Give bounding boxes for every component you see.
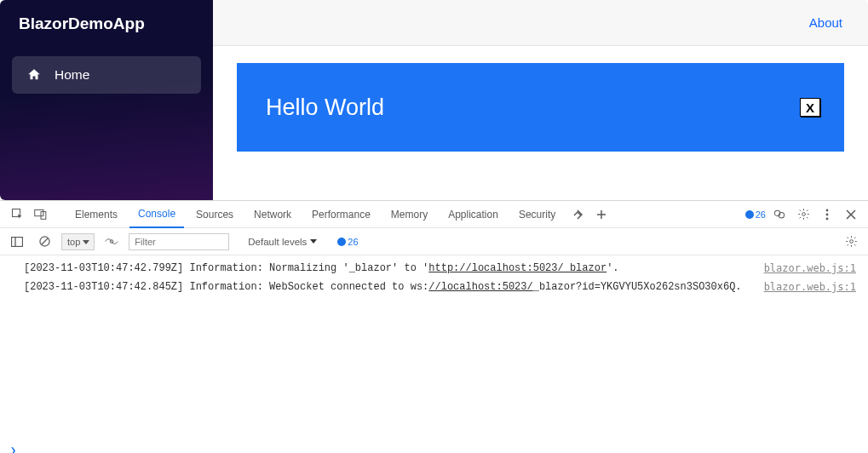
svg-point-6 bbox=[826, 209, 829, 211]
log-entry: [2023-11-03T10:47:42.845Z] Information: … bbox=[24, 278, 856, 296]
new-tab-icon[interactable] bbox=[591, 204, 612, 225]
console-sidebar-toggle-icon[interactable] bbox=[7, 232, 27, 252]
svg-point-14 bbox=[849, 240, 853, 244]
toolbar-issues-count: 26 bbox=[348, 237, 358, 247]
content: Hello World X bbox=[213, 46, 868, 169]
devtools-tabstrip: Elements Console Sources Network Perform… bbox=[0, 201, 868, 228]
svg-point-8 bbox=[826, 217, 829, 220]
issues-count: 26 bbox=[756, 209, 766, 220]
log-entry: [2023-11-03T10:47:42.799Z] Information: … bbox=[24, 259, 856, 278]
settings-icon[interactable] bbox=[793, 204, 813, 225]
sidebar: BlazorDemoApp Home bbox=[0, 0, 213, 200]
sidebar-item-label: Home bbox=[55, 67, 89, 83]
live-expression-icon[interactable] bbox=[101, 232, 122, 252]
tab-network[interactable]: Network bbox=[245, 201, 300, 228]
app-brand: BlazorDemoApp bbox=[0, 0, 213, 48]
console-prompt-icon: ❯ bbox=[10, 444, 16, 453]
console-settings-icon[interactable] bbox=[841, 232, 861, 252]
context-selector[interactable]: top bbox=[61, 233, 95, 250]
tab-security[interactable]: Security bbox=[510, 201, 564, 228]
svg-point-5 bbox=[802, 213, 805, 216]
svg-point-7 bbox=[826, 213, 829, 215]
close-devtools-icon[interactable] bbox=[841, 204, 861, 225]
devtools-panel: Elements Console Sources Network Perform… bbox=[0, 200, 868, 453]
banner-close-button[interactable]: X bbox=[800, 98, 820, 117]
svg-rect-1 bbox=[35, 209, 43, 215]
info-dot-icon bbox=[745, 210, 754, 219]
inspect-icon[interactable] bbox=[7, 204, 27, 225]
console-toolbar: top Default levels 26 bbox=[0, 228, 868, 255]
filter-input[interactable] bbox=[129, 233, 229, 250]
app-window: BlazorDemoApp Home About Hello World X bbox=[0, 0, 868, 200]
log-source-link[interactable]: blazor.web.js:1 bbox=[764, 278, 856, 296]
topbar: About bbox=[213, 0, 868, 46]
tab-performance[interactable]: Performance bbox=[303, 201, 379, 228]
feedback-icon[interactable] bbox=[769, 204, 790, 225]
tab-elements[interactable]: Elements bbox=[66, 201, 126, 228]
tab-console[interactable]: Console bbox=[129, 201, 184, 228]
log-message: [2023-11-03T10:47:42.845Z] Information: … bbox=[24, 278, 742, 296]
svg-rect-9 bbox=[12, 237, 23, 246]
svg-line-12 bbox=[41, 238, 47, 244]
log-link[interactable]: //localhost:5023/ bbox=[428, 281, 532, 293]
context-value: top bbox=[67, 237, 80, 247]
tab-application[interactable]: Application bbox=[440, 201, 507, 228]
toolbar-issues-badge[interactable]: 26 bbox=[337, 237, 358, 247]
hello-banner: Hello World X bbox=[237, 63, 844, 152]
tab-memory[interactable]: Memory bbox=[382, 201, 436, 228]
clear-console-icon[interactable] bbox=[34, 232, 55, 252]
device-toggle-icon[interactable] bbox=[31, 204, 51, 225]
about-link[interactable]: About bbox=[809, 15, 842, 30]
banner-title: Hello World bbox=[266, 95, 384, 121]
log-levels-label: Default levels bbox=[248, 237, 307, 247]
kebab-menu-icon[interactable] bbox=[817, 204, 837, 225]
tab-sources[interactable]: Sources bbox=[187, 201, 242, 228]
log-source-link[interactable]: blazor.web.js:1 bbox=[764, 259, 856, 278]
log-message: [2023-11-03T10:47:42.799Z] Information: … bbox=[24, 259, 619, 278]
sidebar-nav: Home bbox=[0, 48, 213, 102]
more-tabs-icon[interactable] bbox=[567, 204, 588, 225]
sidebar-item-home[interactable]: Home bbox=[12, 56, 201, 94]
issues-badge[interactable]: 26 bbox=[745, 209, 766, 220]
log-levels-selector[interactable]: Default levels bbox=[248, 237, 317, 247]
main-area: About Hello World X bbox=[213, 0, 868, 200]
console-log[interactable]: [2023-11-03T10:47:42.799Z] Information: … bbox=[0, 255, 868, 453]
info-dot-icon bbox=[337, 238, 346, 246]
home-icon bbox=[26, 67, 43, 83]
log-link[interactable]: http://localhost:5023/_blazor bbox=[428, 262, 606, 274]
